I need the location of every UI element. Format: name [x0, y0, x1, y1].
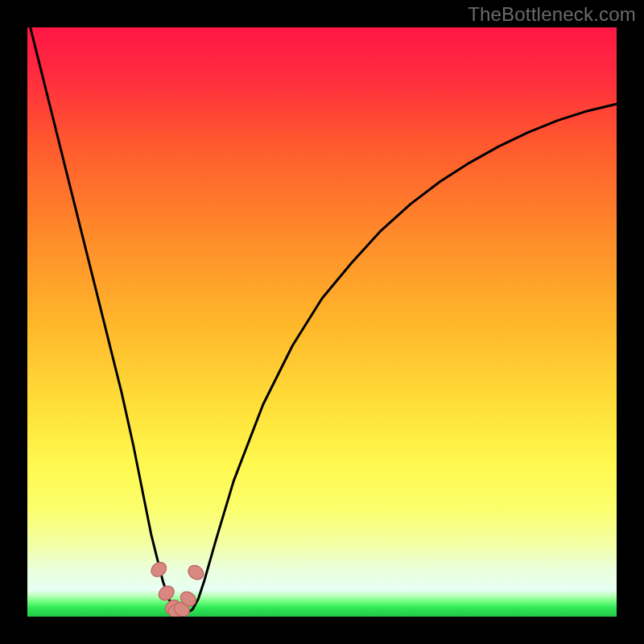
chart-frame: TheBottleneck.com — [0, 0, 644, 644]
plot-area — [27, 27, 617, 617]
watermark-text: TheBottleneck.com — [468, 3, 636, 26]
bottleneck-chart — [27, 27, 617, 617]
svg-rect-0 — [27, 27, 617, 617]
